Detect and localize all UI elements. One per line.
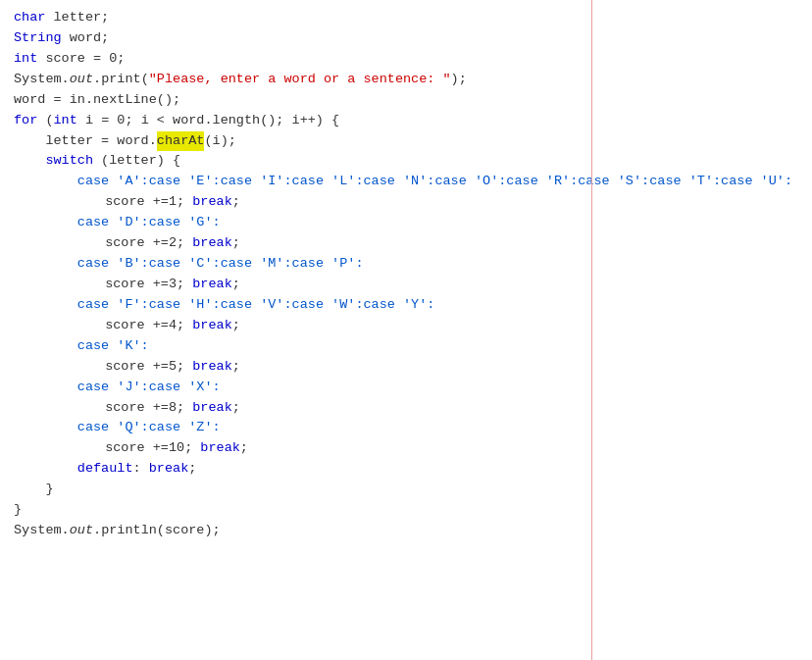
token: (letter) { [93,151,180,172]
code-line: } [8,500,812,521]
token: case 'L': [292,172,364,192]
token: case 'Q': [77,418,149,438]
token: for [14,111,37,131]
token: break [192,275,232,295]
code-line: case 'D':case 'G': [8,213,812,233]
token: case 'I': [221,172,292,192]
token: word; [62,28,110,49]
token: break [192,192,232,213]
token: ; [232,398,240,419]
token: "Please, enter a word or a sentence: " [149,70,451,90]
code-line: case 'J':case 'X': [8,378,812,398]
code-line: case 'A':case 'E':case 'I':case 'L':case… [8,172,812,192]
code-line: case 'B':case 'C':case 'M':case 'P': [8,254,812,275]
token: score +=4; [105,316,192,336]
token: score = 0; [37,49,125,70]
token: case 'Z': [149,418,221,438]
token: case 'F': [77,295,149,316]
token: score +=8; [105,398,192,419]
token: int [54,111,77,131]
token: score +=1; [105,192,192,213]
token: .println(score); [93,521,221,541]
code-line: case 'F':case 'H':case 'V':case 'W':case… [8,295,812,316]
token: case 'N': [364,172,435,192]
code-line: } [8,480,812,500]
token: (i); [204,131,235,152]
token: letter = word. [45,131,156,152]
token: System. [14,521,70,541]
token: case 'A': [77,172,149,192]
token: case 'V': [221,295,292,316]
token: ; [232,275,240,295]
code-line: char letter; [8,8,812,28]
token: case 'J': [77,378,149,398]
token: ; [240,438,248,459]
token: case 'Y': [364,295,435,316]
code-line: score +=4; break; [8,316,812,336]
code-line: score +=2; break; [8,233,812,254]
code-line: System.out.println(score); [8,521,812,541]
token: ; [232,192,240,213]
code-line: System.out.print("Please, enter a word o… [8,70,812,90]
token: case 'O': [434,172,506,192]
token: ); [451,70,467,90]
token: break [192,316,232,336]
token: out [70,70,93,90]
token: break [192,357,232,378]
token: case 'W': [292,295,364,316]
token: switch [45,151,93,172]
token: case 'K': [77,336,149,357]
token: ; [232,316,240,336]
token: case 'S': [578,172,649,192]
token: score +=2; [105,233,192,254]
token: score +=3; [105,275,192,295]
token: case 'B': [77,254,149,275]
token: break [192,398,232,419]
token: break [200,438,240,459]
token: ; [232,357,240,378]
token: letter; [45,8,109,28]
token: case 'U': [721,172,792,192]
code-editor: char letter;String word;int score = 0;Sy… [0,0,812,660]
token: System. [14,70,70,90]
token: String [14,28,62,49]
code-line: case 'Q':case 'Z': [8,418,812,438]
code-line: score +=5; break; [8,357,812,378]
code-line: for (int i = 0; i < word.length(); i++) … [8,111,812,131]
token: case 'P': [292,254,364,275]
token: int [14,49,37,70]
code-line: default: break; [8,459,812,480]
token: char [14,8,45,28]
token: case 'X': [149,378,221,398]
token: default [77,459,133,480]
token: word = in.nextLine(); [14,90,180,111]
token: .print( [93,70,149,90]
code-line: score +=8; break; [8,398,812,419]
token: score +=10; [105,438,200,459]
code-line: score +=10; break; [8,438,812,459]
token: ; [188,459,196,480]
token: } [14,500,22,521]
token: break [149,459,189,480]
code-line: String word; [8,28,812,49]
token: case 'D': [77,213,149,233]
token: out [70,521,93,541]
code-line: score +=1; break; [8,192,812,213]
token: : [133,459,149,480]
code-line: word = in.nextLine(); [8,90,812,111]
token: case 'R': [506,172,578,192]
code-line: switch (letter) { [8,151,812,172]
code-line: score +=3; break; [8,275,812,295]
code-line: int score = 0; [8,49,812,70]
token: case 'M': [221,254,292,275]
token: i = 0; i < word.length(); i++) { [77,111,339,131]
token: case 'E': [149,172,221,192]
code-line: letter = word.charAt(i); [8,131,812,152]
token: case 'H': [149,295,221,316]
token: charAt [157,131,205,152]
token: ( [37,111,53,131]
token: case 'C': [149,254,221,275]
token: } [45,480,53,500]
token: ; [232,233,240,254]
token: case 'G': [149,213,221,233]
